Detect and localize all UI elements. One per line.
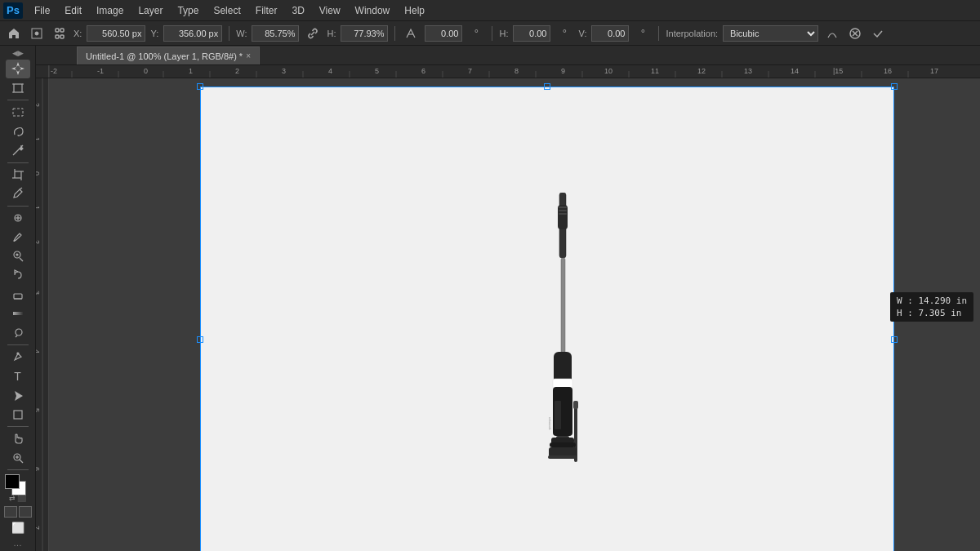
- svg-text:8: 8: [514, 67, 519, 75]
- svg-text:13: 13: [744, 67, 752, 75]
- foreground-color-swatch[interactable]: [5, 474, 20, 489]
- shape-tool[interactable]: [6, 406, 30, 424]
- zoom-tool[interactable]: [6, 449, 30, 468]
- transform-handle-tr[interactable]: [891, 83, 898, 90]
- menu-select[interactable]: Select: [207, 3, 247, 18]
- pen-tool[interactable]: [6, 348, 30, 367]
- svg-rect-16: [13, 109, 23, 116]
- canvas-area: Untitled-1 @ 100% (Layer 1, RGB/8#) * × …: [36, 46, 980, 551]
- h-skew-input[interactable]: [513, 25, 550, 42]
- main-area: ◀▶: [0, 46, 980, 551]
- transform-handle-tl[interactable]: [197, 83, 203, 90]
- artboard-tool[interactable]: [6, 79, 30, 98]
- h-skew-label: H:: [499, 29, 508, 38]
- angle-icon: [402, 24, 420, 42]
- tool-sep-4: [7, 344, 29, 345]
- color-swatch-area[interactable]: [5, 474, 31, 491]
- panel-arrow[interactable]: ◀▶: [12, 49, 24, 57]
- dodge-tool[interactable]: [6, 324, 30, 343]
- h-ruler-svg: -2 -1 0 1 2 3 4: [49, 65, 980, 78]
- svg-text:1: 1: [36, 137, 41, 141]
- svg-text:12: 12: [697, 67, 706, 75]
- transform-handle-ml[interactable]: [197, 336, 203, 343]
- clone-stamp-tool[interactable]: [6, 247, 30, 265]
- v-skew-input[interactable]: [591, 25, 629, 42]
- text-tool[interactable]: T: [6, 367, 30, 386]
- eyedropper-tool[interactable]: [6, 184, 30, 203]
- transform-handle-mr[interactable]: [891, 336, 898, 343]
- menu-edit[interactable]: Edit: [58, 3, 88, 18]
- svg-line-17: [13, 149, 20, 155]
- cancel-transform-button[interactable]: [846, 24, 864, 42]
- crop-tool[interactable]: [6, 165, 30, 184]
- canvas-viewport[interactable]: roborock: [49, 78, 980, 551]
- path-select-tool[interactable]: [6, 386, 30, 405]
- menu-file[interactable]: File: [28, 3, 56, 18]
- warp-icon[interactable]: [823, 24, 841, 42]
- marquee-rect-tool[interactable]: [6, 103, 30, 122]
- v-skew-label: V:: [578, 29, 586, 38]
- chain-link-icon[interactable]: [304, 24, 322, 42]
- svg-rect-2: [56, 29, 59, 32]
- eraser-tool[interactable]: [6, 286, 30, 304]
- menu-help[interactable]: Help: [398, 3, 431, 18]
- svg-rect-5: [60, 35, 64, 38]
- y-input[interactable]: [163, 25, 222, 42]
- screen-mode-icon[interactable]: ⬜: [11, 522, 24, 534]
- angle-input[interactable]: [425, 25, 462, 42]
- gradient-tool[interactable]: [6, 304, 30, 323]
- x-input[interactable]: [87, 25, 145, 42]
- svg-text:3: 3: [282, 67, 286, 75]
- svg-rect-38: [14, 411, 22, 419]
- transform-ref-point-icon[interactable]: [28, 24, 46, 42]
- magic-wand-tool[interactable]: [6, 141, 30, 160]
- svg-text:0: 0: [36, 171, 41, 176]
- tool-sep-6: [7, 469, 29, 470]
- spot-heal-tool[interactable]: [6, 208, 30, 227]
- vacuum-image: roborock: [527, 99, 600, 551]
- hand-tool[interactable]: [6, 429, 30, 448]
- standard-mode-icon[interactable]: [4, 506, 17, 518]
- menu-type[interactable]: Type: [171, 3, 205, 18]
- svg-marker-37: [15, 391, 23, 401]
- w-input[interactable]: [252, 25, 299, 42]
- svg-text:1: 1: [36, 206, 41, 210]
- lasso-tool[interactable]: [6, 122, 30, 140]
- svg-line-25: [20, 188, 22, 189]
- svg-text:7: 7: [468, 67, 472, 75]
- interpolation-select[interactable]: Bicubic Bilinear Nearest Neighbor: [723, 25, 818, 42]
- menu-view[interactable]: View: [313, 3, 347, 18]
- svg-text:10: 10: [604, 67, 612, 75]
- svg-marker-18: [20, 147, 23, 150]
- history-brush-tool[interactable]: [6, 266, 30, 285]
- svg-text:2: 2: [36, 103, 41, 107]
- ref-point-link-icon[interactable]: [51, 24, 69, 42]
- svg-text:1: 1: [189, 67, 193, 75]
- menu-3d[interactable]: 3D: [285, 3, 310, 18]
- menu-window[interactable]: Window: [349, 3, 397, 18]
- document-tab-close[interactable]: ×: [246, 51, 251, 60]
- svg-text:roborock: roborock: [548, 417, 552, 430]
- menu-filter[interactable]: Filter: [249, 3, 284, 18]
- y-label: Y:: [150, 29, 158, 38]
- svg-text:5: 5: [36, 408, 41, 412]
- svg-text:7: 7: [36, 526, 41, 530]
- quick-mask-icon[interactable]: [19, 506, 32, 518]
- svg-marker-9: [16, 62, 20, 75]
- tool-sep-5: [7, 426, 29, 427]
- home-icon[interactable]: [5, 24, 23, 42]
- tool-sep-3: [7, 206, 29, 207]
- brush-tool[interactable]: [6, 228, 30, 247]
- canvas-document: roborock: [200, 87, 894, 551]
- h-input[interactable]: [341, 25, 388, 42]
- menu-layer[interactable]: Layer: [131, 3, 169, 18]
- move-tool[interactable]: [6, 60, 30, 78]
- transform-handle-tc[interactable]: [544, 83, 550, 90]
- svg-rect-3: [60, 29, 64, 32]
- menu-bar: Ps File Edit Image Layer Type Select Fil…: [0, 0, 980, 21]
- menu-image[interactable]: Image: [90, 3, 130, 18]
- confirm-transform-button[interactable]: [869, 24, 887, 42]
- document-tab[interactable]: Untitled-1 @ 100% (Layer 1, RGB/8#) * ×: [77, 47, 260, 64]
- more-tools-icon[interactable]: …: [13, 538, 22, 548]
- svg-rect-33: [13, 312, 23, 315]
